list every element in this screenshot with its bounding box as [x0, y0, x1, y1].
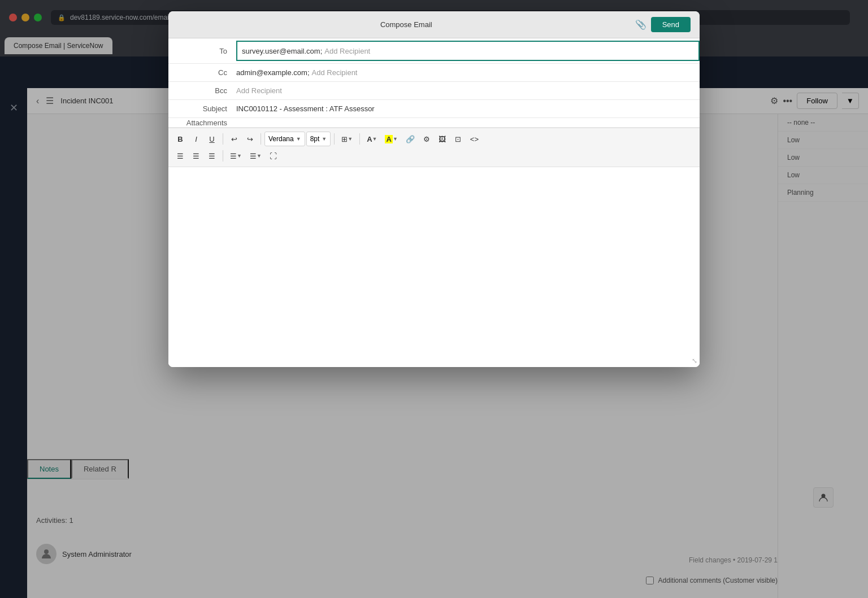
cc-field-row: Cc admin@example.com; Add Recipient	[168, 64, 700, 82]
code-button[interactable]: <>	[467, 132, 482, 146]
special-chars-button[interactable]: ⊡	[451, 132, 466, 146]
align-left-button[interactable]: ☰	[173, 149, 188, 163]
code-icon: <>	[470, 135, 479, 143]
bullet-list-arrow: ▼	[237, 153, 242, 159]
font-size-dropdown[interactable]: 8pt ▼	[306, 132, 331, 146]
toolbar-row-2: ☰ ☰ ☰ ☰ ▼ ☰ ▼	[173, 149, 695, 163]
attachments-field-row: Attachments	[168, 118, 700, 128]
email-body-textarea[interactable]	[168, 167, 700, 365]
resize-handle: ⤡	[692, 357, 697, 365]
image-icon: 🖼	[439, 135, 446, 143]
attachment-button[interactable]: 📎	[635, 19, 646, 30]
fullscreen-icon: ⛶	[270, 152, 277, 160]
redo-button[interactable]: ↪	[242, 132, 257, 146]
bullet-list-icon: ☰	[230, 152, 237, 160]
modal-title: Compose Email	[177, 20, 635, 29]
font-color-arrow: ▼	[372, 136, 377, 142]
underline-icon: U	[209, 135, 214, 143]
attachments-area	[236, 118, 700, 127]
modal-actions: 📎 Send	[635, 17, 691, 32]
align-center-icon: ☰	[193, 152, 199, 160]
attachments-label: Attachments	[168, 118, 236, 127]
undo-button[interactable]: ↩	[227, 132, 241, 146]
email-form: To survey.user@email.com; Add Recipient …	[168, 38, 700, 128]
link-icon: 🔗	[406, 135, 415, 143]
redo-icon: ↪	[247, 135, 253, 143]
to-value: survey.user@email.com;	[242, 47, 322, 55]
table-icon: ⊞	[341, 135, 348, 143]
link-button[interactable]: 🔗	[402, 132, 418, 146]
toolbar-row-1: B I U ↩ ↪ Verdana	[173, 132, 695, 146]
font-color-button[interactable]: A ▼	[363, 132, 380, 146]
bold-button[interactable]: B	[173, 132, 188, 146]
format-icon: ⚙	[423, 135, 430, 143]
send-button[interactable]: Send	[651, 17, 691, 32]
toolbar-sep-4	[359, 133, 360, 145]
to-field-container-outer: survey.user@email.com; Add Recipient	[236, 38, 700, 63]
font-size-arrow: ▼	[322, 136, 327, 142]
font-family-dropdown[interactable]: Verdana ▼	[264, 132, 305, 146]
to-placeholder: Add Recipient	[324, 47, 370, 55]
editor-body: ⤡	[168, 167, 700, 367]
cc-field-value-col: admin@example.com; Add Recipient	[236, 64, 700, 81]
numbered-list-arrow: ▼	[257, 153, 262, 159]
bg-color-arrow: ▼	[393, 136, 398, 142]
align-right-icon: ☰	[209, 152, 215, 160]
subject-field-row: Subject INC0010112 - Assessment : ATF As…	[168, 100, 700, 118]
font-color-icon: A	[367, 135, 372, 143]
subject-label: Subject	[168, 100, 236, 117]
modal-titlebar: Compose Email 📎 Send	[168, 11, 700, 38]
font-size-value: 8pt	[310, 135, 320, 143]
subject-field-value-col: INC0010112 - Assessment : ATF Assessor	[236, 100, 700, 117]
cc-label: Cc	[168, 64, 236, 81]
fullscreen-button[interactable]: ⛶	[266, 149, 281, 163]
cc-placeholder: Add Recipient	[312, 68, 358, 77]
numbered-list-button[interactable]: ☰ ▼	[246, 149, 265, 163]
subject-value: INC0010112 - Assessment : ATF Assessor	[236, 104, 375, 113]
special-chars-icon: ⊡	[455, 135, 461, 143]
bcc-placeholder: Add Recipient	[236, 86, 282, 95]
format-button[interactable]: ⚙	[419, 132, 434, 146]
modal-overlay: Compose Email 📎 Send To survey.user@emai…	[0, 0, 868, 598]
image-button[interactable]: 🖼	[435, 132, 450, 146]
toolbar-sep-1	[223, 133, 223, 145]
numbered-list-icon: ☰	[250, 152, 257, 160]
toolbar-sep-2	[261, 133, 261, 145]
bullet-list-button[interactable]: ☰ ▼	[227, 149, 245, 163]
font-family-arrow: ▼	[296, 136, 301, 142]
italic-button[interactable]: I	[189, 132, 203, 146]
to-input[interactable]: survey.user@email.com; Add Recipient	[236, 41, 700, 61]
to-label: To	[168, 38, 236, 63]
bcc-field-row: Bcc Add Recipient	[168, 82, 700, 100]
compose-email-modal: Compose Email 📎 Send To survey.user@emai…	[168, 11, 700, 367]
bold-icon: B	[177, 135, 183, 143]
toolbar-sep-5	[223, 150, 223, 161]
table-button[interactable]: ⊞ ▼	[338, 132, 356, 146]
align-left-icon: ☰	[177, 152, 184, 160]
font-family-value: Verdana	[268, 135, 294, 143]
bg-color-button[interactable]: A ▼	[381, 132, 401, 146]
bg-color-icon: A	[385, 135, 392, 143]
undo-icon: ↩	[231, 135, 237, 143]
editor-toolbar: B I U ↩ ↪ Verdana	[168, 128, 700, 167]
table-arrow: ▼	[348, 136, 353, 142]
toolbar-sep-3	[334, 133, 335, 145]
align-right-button[interactable]: ☰	[205, 149, 219, 163]
underline-button[interactable]: U	[205, 132, 219, 146]
italic-icon: I	[195, 135, 197, 143]
to-field-row: To survey.user@email.com; Add Recipient	[168, 38, 700, 64]
bcc-field-value-col: Add Recipient	[236, 82, 700, 99]
align-center-button[interactable]: ☰	[189, 149, 203, 163]
cc-value: admin@example.com;	[236, 68, 310, 77]
bcc-label: Bcc	[168, 82, 236, 99]
